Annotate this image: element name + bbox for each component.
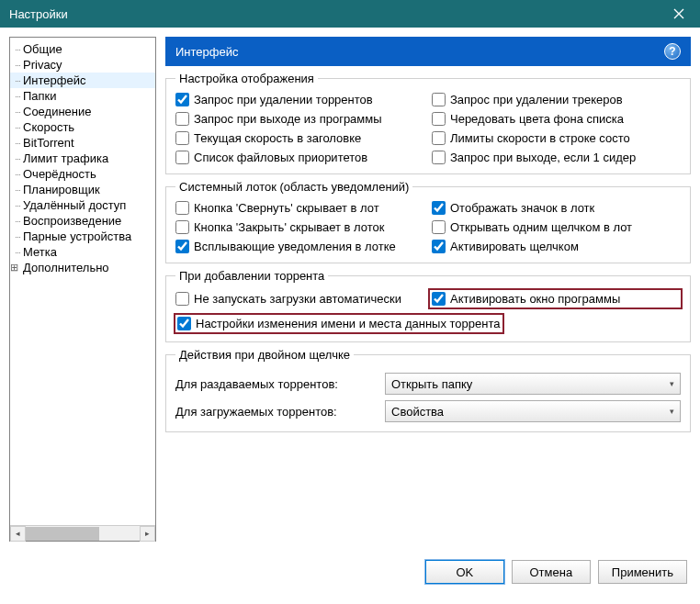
display-label-3-0: Список файловых приоритетов [194, 151, 367, 164]
sidebar-item-2[interactable]: Интерфейс [10, 73, 155, 88]
close-button[interactable] [658, 0, 700, 28]
display-checkbox-1-0[interactable]: Запрос при выходе из программы [175, 112, 424, 126]
tray-group: Системный лоток (область уведомлений) Кн… [165, 180, 691, 263]
tray-label-1-1: Открывать одним щелчком в лот [450, 220, 632, 234]
no-autostart-label: Не запускать загрузки автоматически [194, 292, 401, 306]
sidebar-item-12[interactable]: Парные устройства [10, 229, 155, 244]
sidebar-item-6[interactable]: BitTorrent [10, 135, 155, 151]
tray-checkbox-1-1[interactable]: Открывать одним щелчком в лот [432, 220, 681, 234]
sidebar-item-9[interactable]: Планировщик [10, 182, 155, 197]
window-title: Настройки [9, 7, 658, 21]
scroll-track[interactable] [26, 526, 140, 542]
tray-legend: Системный лоток (область уведомлений) [175, 180, 412, 194]
tray-checkbox-2-1[interactable]: Активировать щелчком [432, 240, 681, 253]
name-location-label: Настройки изменения имени и места данных… [196, 317, 501, 330]
tray-label-1-0: Кнопка 'Закрыть' скрывает в лоток [194, 220, 385, 234]
tray-checkbox-2-0[interactable]: Всплывающие уведомления в лотке [175, 240, 424, 253]
display-checkbox-2-0[interactable]: Текущая скорость в заголовке [175, 131, 424, 145]
sidebar-item-10[interactable]: Удалённый доступ [10, 197, 155, 213]
downloading-dropdown[interactable]: Свойства ▾ [385, 400, 681, 422]
panel-header: Интерфейс ? [165, 37, 691, 66]
activate-window-label: Активировать окно программы [450, 292, 620, 306]
tray-label-2-1: Активировать щелчком [450, 240, 579, 253]
sidebar-item-8[interactable]: Очерёдность [10, 166, 155, 182]
add-torrent-group: При добавлении торрента Не запускать заг… [165, 269, 691, 342]
display-checkbox-2-1[interactable]: Лимиты скорости в строке состо [432, 131, 681, 145]
display-checkbox-0-0[interactable]: Запрос при удалении торрентов [175, 93, 424, 106]
no-autostart-checkbox[interactable]: Не запускать загрузки автоматически [175, 290, 426, 308]
dblclick-legend: Действия при двойном щелчке [175, 348, 354, 362]
display-label-2-1: Лимиты скорости в строке состо [450, 131, 630, 145]
dblclick-group: Действия при двойном щелчке Для раздавае… [165, 348, 691, 432]
titlebar: Настройки [0, 0, 700, 28]
button-bar: OK Отмена Применить [0, 551, 700, 593]
seeding-label: Для раздаваемых торрентов: [175, 377, 378, 391]
sidebar-item-4[interactable]: Соединение [10, 104, 155, 119]
tray-checkbox-0-1[interactable]: Отображать значок в лотк [432, 201, 681, 215]
ok-button[interactable]: OK [425, 560, 504, 584]
sidebar-item-13[interactable]: Метка [10, 244, 155, 260]
settings-tree: ОбщиеPrivacyИнтерфейсПапкиСоединениеСкор… [10, 38, 155, 525]
display-checkbox-3-0[interactable]: Список файловых приоритетов [175, 151, 424, 164]
display-group: Настройка отображения Запрос при удалени… [165, 72, 691, 174]
display-label-0-1: Запрос при удалении трекеров [450, 93, 623, 106]
tray-label-2-0: Всплывающие уведомления в лотке [194, 240, 396, 253]
tray-label-0-1: Отображать значок в лотк [450, 201, 594, 215]
display-legend: Настройка отображения [175, 72, 318, 85]
chevron-down-icon: ▾ [670, 407, 674, 416]
tray-checkbox-1-0[interactable]: Кнопка 'Закрыть' скрывает в лоток [175, 220, 424, 234]
help-icon[interactable]: ? [664, 43, 681, 60]
scroll-right-button[interactable]: ▸ [140, 526, 155, 542]
scroll-left-button[interactable]: ◂ [10, 526, 26, 542]
horizontal-scrollbar[interactable]: ◂ ▸ [10, 525, 155, 541]
display-checkbox-0-1[interactable]: Запрос при удалении трекеров [432, 93, 681, 106]
display-checkbox-3-1[interactable]: Запрос при выходе, если 1 сидер [432, 151, 681, 164]
tray-label-0-0: Кнопка 'Свернуть' скрывает в лот [194, 201, 379, 215]
panel-title: Интерфейс [175, 45, 238, 59]
activate-window-checkbox[interactable]: Активировать окно программы [428, 288, 683, 309]
display-label-2-0: Текущая скорость в заголовке [194, 131, 361, 145]
seeding-value: Открыть папку [391, 377, 472, 391]
downloading-value: Свойства [391, 405, 444, 419]
display-label-3-1: Запрос при выходе, если 1 сидер [450, 151, 636, 164]
apply-button[interactable]: Применить [598, 560, 687, 584]
chevron-down-icon: ▾ [670, 379, 674, 388]
sidebar: ОбщиеPrivacyИнтерфейсПапкиСоединениеСкор… [9, 37, 156, 542]
scroll-thumb[interactable] [26, 527, 99, 541]
sidebar-item-14[interactable]: Дополнительно [10, 260, 155, 275]
downloading-label: Для загружаемых торрентов: [175, 405, 378, 419]
sidebar-item-1[interactable]: Privacy [10, 57, 155, 73]
display-label-1-0: Запрос при выходе из программы [194, 112, 382, 126]
seeding-dropdown[interactable]: Открыть папку ▾ [385, 373, 681, 395]
display-label-1-1: Чередовать цвета фона списка [450, 112, 624, 126]
display-checkbox-1-1[interactable]: Чередовать цвета фона списка [432, 112, 681, 126]
sidebar-item-3[interactable]: Папки [10, 88, 155, 104]
add-torrent-legend: При добавлении торрента [175, 269, 328, 283]
name-location-checkbox[interactable]: Настройки изменения имени и места данных… [174, 313, 504, 334]
display-label-0-0: Запрос при удалении торрентов [194, 93, 373, 106]
sidebar-item-0[interactable]: Общие [10, 41, 155, 57]
tray-checkbox-0-0[interactable]: Кнопка 'Свернуть' скрывает в лот [175, 201, 424, 215]
cancel-button[interactable]: Отмена [512, 560, 591, 584]
sidebar-item-11[interactable]: Воспроизведение [10, 213, 155, 229]
close-icon [673, 8, 684, 19]
sidebar-item-5[interactable]: Скорость [10, 119, 155, 135]
sidebar-item-7[interactable]: Лимит трафика [10, 151, 155, 166]
